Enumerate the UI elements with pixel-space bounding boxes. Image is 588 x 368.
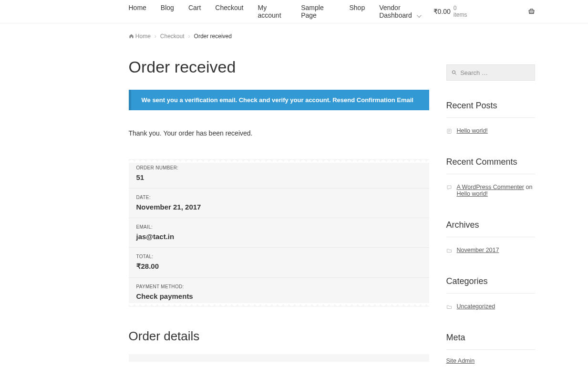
breadcrumb-separator: › — [188, 33, 190, 40]
order-number-row: ORDER NUMBER: 51 — [129, 159, 429, 189]
comment-post-link[interactable]: Hello world! — [457, 190, 488, 197]
archive-item: November 2017 — [446, 244, 535, 256]
folder-icon — [446, 304, 452, 310]
order-total-value: ₹28.00 — [136, 262, 422, 271]
order-date-label: DATE: — [136, 195, 422, 200]
order-payment-value: Check payments — [136, 292, 422, 300]
sidebar: Recent Posts Hello world! Recent Comment… — [446, 49, 535, 364]
meta-site-admin-link[interactable]: Site Admin — [446, 357, 475, 364]
notice-text: We sent you a verification email. Check … — [142, 96, 333, 104]
recent-posts-widget: Recent Posts Hello world! — [446, 101, 535, 137]
page-title: Order received — [129, 58, 429, 76]
nav-shop[interactable]: Shop — [349, 4, 365, 19]
breadcrumb-checkout[interactable]: Checkout — [160, 33, 185, 40]
svg-point-0 — [452, 71, 455, 74]
breadcrumb-home[interactable]: Home — [129, 33, 151, 40]
nav-blog[interactable]: Blog — [161, 4, 174, 19]
archive-link[interactable]: November 2017 — [457, 247, 499, 253]
nav-my-account[interactable]: My account — [258, 4, 287, 19]
nav-cart-summary[interactable]: ₹0.00 0 items — [433, 5, 535, 18]
breadcrumb-separator: › — [155, 33, 156, 40]
category-item: Uncategorized — [446, 300, 535, 313]
categories-widget: Categories Uncategorized — [446, 276, 535, 313]
svg-line-1 — [454, 73, 456, 74]
comment-author-link[interactable]: A WordPress Commenter — [457, 184, 524, 190]
recent-comments-widget: Recent Comments A WordPress Commenter on… — [446, 157, 535, 200]
order-date-row: DATE: November 21, 2017 — [129, 189, 429, 218]
order-number-label: ORDER NUMBER: — [136, 165, 422, 170]
nav-home[interactable]: Home — [129, 4, 146, 19]
nav-vendor-dashboard[interactable]: Vendor Dashboard — [379, 4, 433, 19]
order-email-row: EMAIL: jas@tact.in — [129, 218, 429, 248]
archives-widget: Archives November 2017 — [446, 220, 535, 256]
categories-title: Categories — [446, 276, 535, 286]
basket-icon — [528, 8, 535, 15]
breadcrumb: Home › Checkout › Order received — [53, 23, 535, 49]
order-date-value: November 21, 2017 — [136, 203, 422, 211]
search-box[interactable] — [446, 64, 535, 81]
home-icon — [129, 33, 134, 39]
recent-comments-title: Recent Comments — [446, 157, 535, 167]
order-payment-row: PAYMENT METHOD: Check payments — [129, 278, 429, 307]
order-details-title: Order details — [129, 329, 429, 344]
search-input[interactable] — [460, 69, 529, 76]
recent-posts-title: Recent Posts — [446, 101, 535, 111]
nav-cart[interactable]: Cart — [188, 4, 201, 19]
search-icon — [452, 70, 457, 75]
nav-links: Home Blog Cart Checkout My account Sampl… — [129, 4, 433, 19]
top-nav: Home Blog Cart Checkout My account Sampl… — [0, 0, 588, 23]
cart-item-count: 0 items — [454, 5, 469, 18]
order-email-value: jas@tact.in — [136, 232, 422, 241]
document-icon — [446, 128, 452, 134]
archives-title: Archives — [446, 220, 535, 230]
nav-sample-page[interactable]: Sample Page — [301, 4, 335, 19]
recent-post-link[interactable]: Hello world! — [457, 127, 488, 134]
meta-widget: Meta Site Admin — [446, 333, 535, 364]
cart-total: ₹0.00 — [433, 8, 451, 15]
order-details-table — [129, 354, 429, 362]
verification-notice: We sent you a verification email. Check … — [129, 90, 429, 110]
resend-confirmation-link[interactable]: Resend Confirmation Email — [332, 96, 413, 104]
meta-title: Meta — [446, 333, 535, 343]
folder-icon — [446, 248, 452, 253]
order-total-label: TOTAL: — [136, 254, 422, 259]
comment-icon — [446, 185, 452, 190]
breadcrumb-current: Order received — [194, 33, 232, 40]
order-email-label: EMAIL: — [136, 224, 422, 230]
order-total-row: TOTAL: ₹28.00 — [129, 248, 429, 278]
order-overview: ORDER NUMBER: 51 DATE: November 21, 2017… — [129, 159, 429, 307]
nav-checkout[interactable]: Checkout — [215, 4, 243, 19]
order-number-value: 51 — [136, 173, 422, 181]
comment-on-text: on — [524, 184, 532, 190]
order-payment-label: PAYMENT METHOD: — [136, 284, 422, 289]
thank-you-text: Thank you. Your order has been received. — [129, 129, 429, 137]
category-link[interactable]: Uncategorized — [457, 303, 495, 310]
recent-comment-item: A WordPress Commenter on Hello world! — [446, 181, 535, 200]
recent-post-item: Hello world! — [446, 125, 535, 137]
